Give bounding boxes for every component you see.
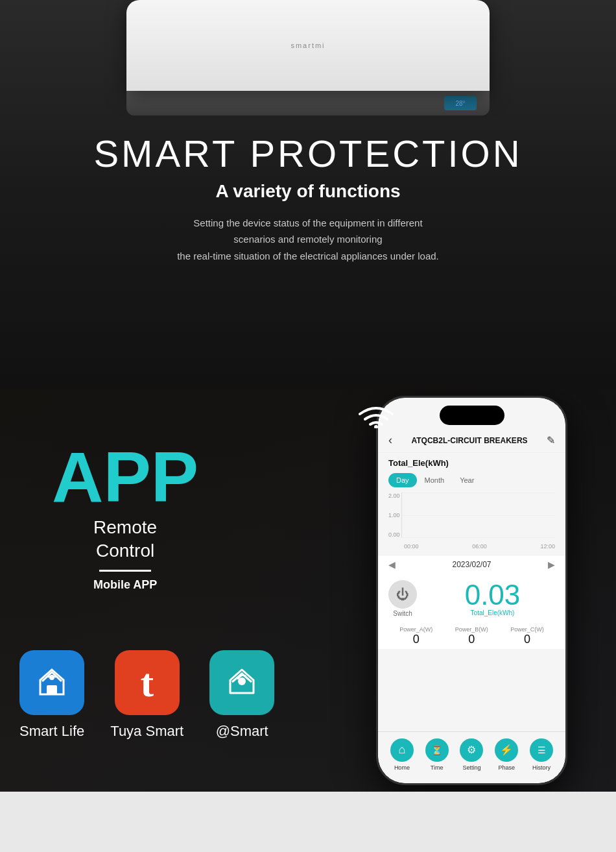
home-nav-label: Home: [394, 764, 410, 771]
history-nav-label: History: [532, 764, 551, 771]
app-big-text: APP: [52, 441, 198, 513]
wifi-svg: [357, 402, 396, 428]
power-c-label: Power_C(W): [510, 626, 544, 633]
tab-year[interactable]: Year: [452, 473, 482, 487]
energy-value-big: 0.03: [465, 581, 521, 609]
phone-back-button[interactable]: ‹: [388, 433, 392, 447]
phone-energy-label: Total_Ele(kWh): [378, 453, 565, 470]
app-icon-item-smart-life[interactable]: Smart Life: [19, 650, 84, 740]
app-section: APP RemoteControl Mobile APP: [52, 441, 198, 592]
phone-main-values: ⏻ Switch 0.03 Total_Ele(kWh): [378, 574, 565, 621]
svg-rect-1: [47, 685, 57, 694]
top-section: smartmi 28° SMART PROTECTION A variety o…: [0, 0, 616, 389]
setting-nav-icon: ⚙: [460, 738, 483, 762]
phase-nav-label: Phase: [499, 764, 515, 771]
chart-y-labels: 2.00 1.00 0.00: [388, 493, 400, 538]
phone-bottom-nav: ⌂ Home ⏳ Time ⚙ Setting ⚡ Phase: [378, 731, 565, 783]
at-smart-icon: [222, 663, 261, 702]
at-smart-icon-box: [209, 650, 274, 715]
phone-power-row: Power_A(W) 0 Power_B(W) 0 Power_C(W) 0: [378, 621, 565, 649]
y-label-bottom: 0.00: [388, 531, 400, 538]
switch-label: Switch: [393, 610, 412, 617]
y-label-mid: 1.00: [388, 512, 400, 518]
middle-section: APP RemoteControl Mobile APP Smart Life: [0, 389, 616, 792]
switch-column: ⏻ Switch: [388, 580, 417, 617]
app-icon-item-at-smart[interactable]: @Smart: [209, 650, 274, 740]
power-b-label: Power_B(W): [455, 626, 488, 633]
phone-tabs: Day Month Year: [378, 470, 565, 490]
description: Setting the device status of the equipme…: [126, 215, 490, 265]
ac-body: smartmi: [126, 0, 490, 91]
main-title: SMART PROTECTION: [93, 133, 522, 175]
history-nav-icon: ☰: [530, 738, 553, 762]
y-label-top: 2.00: [388, 493, 400, 499]
smart-life-icon: [32, 663, 71, 702]
chart-x-labels: 00:00 06:00 12:00: [404, 543, 555, 550]
phone-outer: ‹ ATQCB2L-CIRCUIT BREAKERS ✎ Total_Ele(k…: [376, 396, 567, 785]
ac-display: 28°: [444, 96, 477, 110]
power-item-c: Power_C(W) 0: [510, 626, 544, 646]
phone-screen: ‹ ATQCB2L-CIRCUIT BREAKERS ✎ Total_Ele(k…: [378, 398, 565, 783]
chart-grid-line-bottom: [402, 537, 555, 538]
hero-text: SMART PROTECTION A variety of functions …: [80, 114, 535, 277]
svg-point-0: [374, 425, 378, 428]
app-icons-row: Smart Life t Tuya Smart @Smart: [19, 650, 274, 740]
tab-month[interactable]: Month: [417, 473, 453, 487]
svg-point-3: [238, 677, 246, 685]
chart-grid: [401, 493, 555, 538]
smart-life-icon-box: [19, 650, 84, 715]
date-next-button[interactable]: ▶: [548, 559, 555, 570]
x-label-1: 06:00: [472, 543, 487, 550]
energy-value-column: 0.03 Total_Ele(kWh): [430, 581, 555, 616]
ac-brand-label: smartmi: [290, 42, 325, 49]
power-b-value: 0: [455, 633, 488, 646]
phone-header-title: ATQCB2L-CIRCUIT BREAKERS: [411, 436, 527, 445]
dynamic-island: [440, 406, 504, 425]
x-label-0: 00:00: [404, 543, 419, 550]
power-c-value: 0: [510, 633, 544, 646]
energy-value-unit: Total_Ele(kWh): [471, 609, 515, 616]
power-item-b: Power_B(W) 0: [455, 626, 488, 646]
phone-chart: 2.00 1.00 0.00 00:00 06:00 12:00: [378, 490, 565, 555]
smart-life-label: Smart Life: [19, 723, 84, 740]
nav-setting[interactable]: ⚙ Setting: [460, 738, 483, 771]
wifi-icon: [357, 402, 396, 431]
phone-container: ‹ ATQCB2L-CIRCUIT BREAKERS ✎ Total_Ele(k…: [376, 396, 577, 785]
chart-grid-line-mid: [402, 515, 555, 516]
chart-grid-line-top: [402, 493, 555, 493]
date-display: 2023/02/07: [452, 560, 491, 569]
setting-nav-label: Setting: [462, 764, 480, 771]
app-mobile-label: Mobile APP: [52, 578, 198, 592]
power-a-label: Power_A(W): [399, 626, 432, 633]
nav-time[interactable]: ⏳ Time: [425, 738, 449, 771]
time-nav-label: Time: [431, 764, 444, 771]
power-a-value: 0: [399, 633, 432, 646]
sub-title: A variety of functions: [93, 181, 522, 202]
at-smart-label: @Smart: [216, 723, 268, 740]
nav-phase[interactable]: ⚡ Phase: [495, 738, 518, 771]
app-remote-label: RemoteControl: [52, 516, 198, 563]
phone-edit-button[interactable]: ✎: [547, 434, 555, 446]
tab-day[interactable]: Day: [388, 473, 417, 487]
phase-nav-icon: ⚡: [495, 738, 518, 762]
switch-icon[interactable]: ⏻: [388, 580, 417, 609]
date-prev-button[interactable]: ◀: [388, 559, 396, 570]
phone-date-nav: ◀ 2023/02/07 ▶: [378, 555, 565, 574]
ac-bottom: 28°: [126, 91, 490, 116]
app-icon-item-tuya[interactable]: t Tuya Smart: [110, 650, 184, 740]
x-label-2: 12:00: [540, 543, 555, 550]
nav-history[interactable]: ☰ History: [530, 738, 553, 771]
home-nav-icon: ⌂: [390, 738, 414, 762]
time-nav-icon: ⏳: [425, 738, 449, 762]
tuya-label: Tuya Smart: [110, 723, 184, 740]
nav-home[interactable]: ⌂ Home: [390, 738, 414, 771]
bottom-section: [0, 792, 616, 852]
tuya-icon-box: t: [115, 650, 180, 715]
power-item-a: Power_A(W) 0: [399, 626, 432, 646]
app-divider: [99, 570, 151, 572]
ac-unit: smartmi 28°: [126, 0, 490, 114]
